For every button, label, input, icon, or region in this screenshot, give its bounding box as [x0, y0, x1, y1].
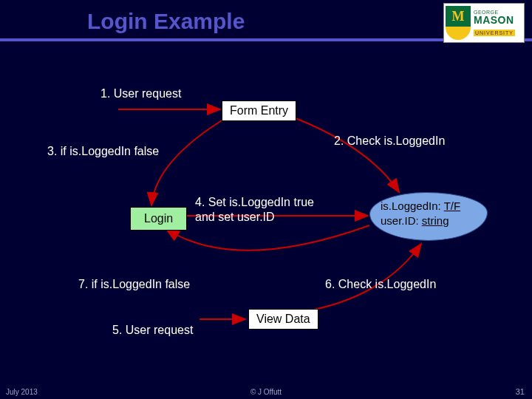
- label-step4: 4. Set is.LoggedIn true and set user.ID: [195, 195, 321, 225]
- node-login: Login: [130, 207, 187, 231]
- footer-page: 31: [516, 387, 525, 396]
- footer-copyright: © J Offutt: [250, 388, 282, 396]
- logo-text: GEORGE MASON UNIVERSITY: [474, 10, 515, 37]
- label-step1: 1. User request: [100, 87, 181, 100]
- state-line2-prefix: user.ID:: [381, 214, 422, 227]
- state-line1-val: T/F: [444, 200, 461, 212]
- node-view-data: View Data: [248, 309, 318, 330]
- logo-line2: MASON: [474, 15, 515, 25]
- label-step5: 5. User request: [112, 324, 193, 337]
- state-line1-prefix: is.LoggedIn:: [381, 200, 444, 212]
- logo-line3: UNIVERSITY: [474, 30, 515, 36]
- state-line2-val: string: [422, 214, 449, 227]
- label-step6: 6. Check is.LoggedIn: [325, 278, 436, 291]
- label-step2: 2. Check is.LoggedIn: [334, 134, 445, 148]
- node-form-entry: Form Entry: [222, 100, 296, 121]
- footer-date: July 2013: [6, 388, 38, 396]
- slide-title: Login Example: [87, 9, 245, 34]
- state-line1: is.LoggedIn: T/F: [381, 199, 477, 214]
- state-line2: user.ID: string: [381, 214, 477, 228]
- label-step3: 3. if is.LoggedIn false: [47, 145, 159, 158]
- state-blob: is.LoggedIn: T/F user.ID: string: [369, 192, 488, 241]
- label-step7: 7. if is.LoggedIn false: [78, 278, 190, 291]
- gmu-logo: GEORGE MASON UNIVERSITY: [443, 3, 525, 43]
- logo-shield-icon: [446, 6, 471, 40]
